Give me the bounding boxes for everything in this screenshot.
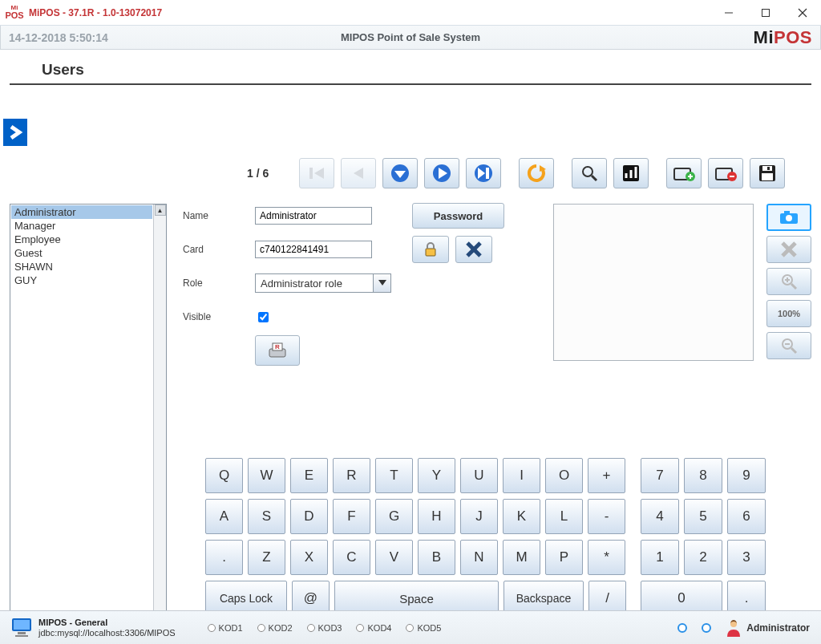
key-A[interactable]: A — [205, 499, 243, 534]
workspace: Users AdministratorManagerEmployeeGuestS… — [0, 61, 821, 614]
svg-rect-32 — [426, 249, 435, 256]
sidebar-toggle-button[interactable] — [3, 119, 27, 146]
current-user-badge[interactable]: Administrator — [726, 619, 810, 637]
card-lock-button[interactable] — [412, 236, 449, 263]
key-P[interactable]: P — [545, 540, 583, 575]
kod-radio[interactable]: KOD2 — [257, 623, 293, 633]
key-Q[interactable]: Q — [205, 458, 243, 493]
list-item[interactable]: Administrator — [11, 205, 152, 219]
key-T[interactable]: T — [375, 458, 413, 493]
svg-marker-5 — [314, 168, 324, 179]
key-L[interactable]: L — [545, 499, 583, 534]
nav-next-button[interactable] — [424, 158, 459, 188]
window-titlebar: MiPOS MiPOS - 37.1R - 1.0-13072017 — [0, 0, 821, 26]
save-record-button[interactable] — [750, 158, 785, 188]
user-listbox[interactable]: AdministratorManagerEmployeeGuestSHAWNGU… — [10, 204, 167, 644]
name-input[interactable] — [255, 207, 372, 225]
nav-down-button[interactable] — [382, 158, 418, 188]
kod-radio[interactable]: KOD4 — [356, 623, 391, 633]
key-G[interactable]: G — [375, 499, 413, 534]
role-dropdown[interactable]: Administrator role — [255, 273, 391, 293]
brand-logo: MiPOS — [754, 27, 812, 48]
kod-radio[interactable]: KOD3 — [307, 623, 342, 633]
key-O[interactable]: O — [545, 458, 583, 493]
window-minimize-button[interactable] — [710, 0, 747, 26]
key-9[interactable]: 9 — [727, 458, 766, 493]
name-label: Name — [183, 210, 255, 221]
svg-rect-30 — [762, 173, 773, 180]
key-Z[interactable]: Z — [248, 540, 285, 575]
footer-title: MIPOS - General — [38, 618, 176, 627]
key-N[interactable]: N — [460, 540, 498, 575]
key-3[interactable]: 3 — [727, 540, 766, 575]
list-item[interactable]: Employee — [11, 233, 152, 246]
key-7[interactable]: 7 — [641, 458, 679, 493]
key--[interactable]: - — [588, 499, 625, 534]
list-item[interactable]: Manager — [11, 219, 152, 233]
page-counter: 1 / 6 — [247, 167, 269, 180]
key-W[interactable]: W — [248, 458, 285, 493]
key-C[interactable]: C — [333, 540, 370, 575]
svg-rect-4 — [309, 168, 313, 179]
key-U[interactable]: U — [460, 458, 498, 493]
role-value: Administrator role — [261, 277, 342, 290]
user-form: Name Password Card — [183, 202, 811, 371]
zoom-out-button[interactable] — [766, 332, 811, 359]
search-button[interactable] — [572, 158, 607, 188]
camera-button[interactable] — [766, 204, 811, 231]
key-6[interactable]: 6 — [727, 499, 766, 534]
kod-radio[interactable]: KOD1 — [208, 623, 243, 633]
add-record-button[interactable] — [666, 158, 702, 188]
key-X[interactable]: X — [290, 540, 328, 575]
nav-last-button[interactable] — [466, 158, 501, 188]
list-item[interactable]: GUY — [11, 273, 152, 287]
key-K[interactable]: K — [503, 499, 540, 534]
key-B[interactable]: B — [418, 540, 455, 575]
key-D[interactable]: D — [290, 499, 328, 534]
visible-checkbox[interactable] — [258, 312, 269, 322]
svg-rect-31 — [767, 167, 770, 170]
card-clear-button[interactable] — [455, 236, 492, 263]
key-5[interactable]: 5 — [684, 499, 722, 534]
key-H[interactable]: H — [418, 499, 455, 534]
key-8[interactable]: 8 — [684, 458, 722, 493]
sort-button[interactable] — [613, 158, 649, 188]
refresh-button[interactable] — [519, 158, 554, 188]
key-F[interactable]: F — [333, 499, 370, 534]
key-Y[interactable]: Y — [418, 458, 455, 493]
window-maximize-button[interactable] — [747, 0, 784, 26]
window-close-button[interactable] — [784, 0, 821, 26]
nav-first-button[interactable] — [299, 158, 334, 188]
key-R[interactable]: R — [333, 458, 370, 493]
password-button[interactable]: Password — [412, 203, 504, 229]
key-+[interactable]: + — [588, 458, 625, 493]
kod-radio[interactable]: KOD5 — [406, 623, 441, 633]
nav-prev-button[interactable] — [341, 158, 376, 188]
svg-point-40 — [786, 215, 792, 221]
list-item[interactable]: Guest — [11, 246, 152, 260]
key-J[interactable]: J — [460, 499, 498, 534]
key-.[interactable]: . — [205, 540, 243, 575]
key-2[interactable]: 2 — [684, 540, 722, 575]
print-button[interactable]: R — [255, 335, 300, 366]
key-V[interactable]: V — [375, 540, 413, 575]
list-item[interactable]: SHAWN — [11, 260, 152, 273]
scroll-up-button[interactable]: ▲ — [155, 205, 166, 216]
key-*[interactable]: * — [588, 540, 625, 575]
key-E[interactable]: E — [290, 458, 328, 493]
key-1[interactable]: 1 — [641, 540, 679, 575]
key-I[interactable]: I — [503, 458, 540, 493]
key-S[interactable]: S — [248, 499, 285, 534]
svg-rect-13 — [486, 168, 489, 179]
image-clear-button[interactable] — [766, 236, 811, 263]
scrollbar[interactable]: ▲ ▼ — [153, 205, 166, 644]
section-title: Users — [42, 61, 805, 79]
title-divider — [10, 83, 811, 85]
card-input[interactable] — [255, 241, 372, 258]
key-M[interactable]: M — [503, 540, 540, 575]
key-4[interactable]: 4 — [641, 499, 679, 534]
zoom-in-button[interactable] — [766, 268, 811, 295]
user-avatar-icon — [726, 619, 742, 637]
delete-record-button[interactable] — [708, 158, 743, 188]
zoom-100-button[interactable]: 100% — [766, 300, 811, 327]
